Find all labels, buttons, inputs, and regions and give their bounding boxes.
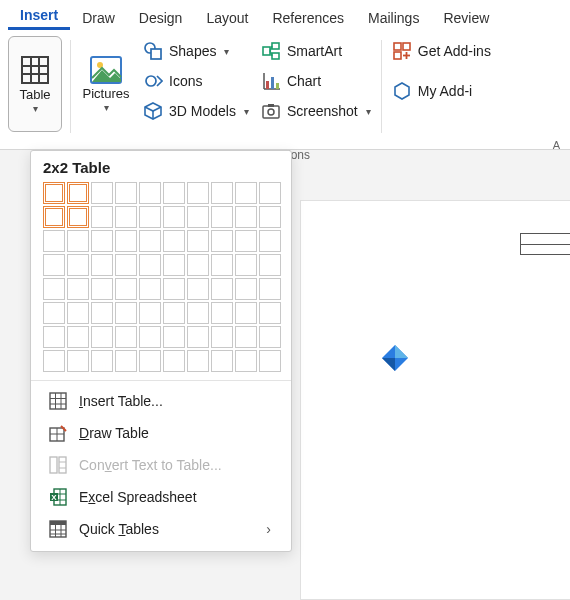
grid-cell[interactable] <box>211 230 233 252</box>
grid-cell[interactable] <box>43 326 65 348</box>
grid-cell[interactable] <box>259 182 281 204</box>
grid-cell[interactable] <box>235 350 257 372</box>
3dmodels-button[interactable]: 3D Models ▾ <box>139 98 253 124</box>
table-grid-picker[interactable] <box>43 182 279 372</box>
tab-layout[interactable]: Layout <box>194 4 260 30</box>
tab-insert[interactable]: Insert <box>8 1 70 30</box>
excel-spreadsheet-item[interactable]: X Excel Spreadsheet <box>39 481 283 513</box>
grid-cell[interactable] <box>115 278 137 300</box>
grid-cell[interactable] <box>187 230 209 252</box>
shapes-button[interactable]: Shapes ▾ <box>139 38 253 64</box>
grid-cell[interactable] <box>235 182 257 204</box>
grid-cell[interactable] <box>211 182 233 204</box>
grid-cell[interactable] <box>235 230 257 252</box>
grid-cell[interactable] <box>67 350 89 372</box>
tab-references[interactable]: References <box>260 4 356 30</box>
smartart-button[interactable]: SmartArt <box>257 38 375 64</box>
table-button[interactable]: Table ▾ <box>8 36 62 132</box>
grid-cell[interactable] <box>187 254 209 276</box>
get-addins-button[interactable]: Get Add-ins <box>388 38 495 64</box>
grid-cell[interactable] <box>43 230 65 252</box>
tab-review[interactable]: Review <box>431 4 501 30</box>
grid-cell[interactable] <box>211 326 233 348</box>
grid-cell[interactable] <box>139 278 161 300</box>
grid-cell[interactable] <box>91 302 113 324</box>
grid-cell[interactable] <box>43 182 65 204</box>
grid-cell[interactable] <box>115 230 137 252</box>
grid-cell[interactable] <box>163 302 185 324</box>
grid-cell[interactable] <box>139 206 161 228</box>
grid-cell[interactable] <box>67 302 89 324</box>
grid-cell[interactable] <box>259 326 281 348</box>
grid-cell[interactable] <box>139 254 161 276</box>
grid-cell[interactable] <box>91 278 113 300</box>
grid-cell[interactable] <box>91 182 113 204</box>
quick-tables-item[interactable]: Quick Tables › <box>39 513 283 545</box>
grid-cell[interactable] <box>259 302 281 324</box>
grid-cell[interactable] <box>259 278 281 300</box>
grid-cell[interactable] <box>43 206 65 228</box>
grid-cell[interactable] <box>163 350 185 372</box>
grid-cell[interactable] <box>91 206 113 228</box>
tab-design[interactable]: Design <box>127 4 195 30</box>
grid-cell[interactable] <box>115 206 137 228</box>
grid-cell[interactable] <box>187 302 209 324</box>
grid-cell[interactable] <box>163 230 185 252</box>
grid-cell[interactable] <box>91 350 113 372</box>
grid-cell[interactable] <box>67 182 89 204</box>
grid-cell[interactable] <box>43 278 65 300</box>
grid-cell[interactable] <box>187 278 209 300</box>
my-addins-button[interactable]: My Add-i <box>388 78 495 104</box>
grid-cell[interactable] <box>115 182 137 204</box>
grid-cell[interactable] <box>187 350 209 372</box>
icons-button[interactable]: Icons <box>139 68 253 94</box>
grid-cell[interactable] <box>211 254 233 276</box>
grid-cell[interactable] <box>235 326 257 348</box>
tab-draw[interactable]: Draw <box>70 4 127 30</box>
grid-cell[interactable] <box>163 254 185 276</box>
draw-table-item[interactable]: Draw Table <box>39 417 283 449</box>
grid-cell[interactable] <box>91 326 113 348</box>
grid-cell[interactable] <box>187 326 209 348</box>
grid-cell[interactable] <box>67 278 89 300</box>
grid-cell[interactable] <box>139 302 161 324</box>
grid-cell[interactable] <box>139 326 161 348</box>
grid-cell[interactable] <box>43 254 65 276</box>
grid-cell[interactable] <box>259 350 281 372</box>
grid-cell[interactable] <box>163 206 185 228</box>
grid-cell[interactable] <box>43 302 65 324</box>
tab-mailings[interactable]: Mailings <box>356 4 431 30</box>
grid-cell[interactable] <box>67 230 89 252</box>
grid-cell[interactable] <box>139 350 161 372</box>
grid-cell[interactable] <box>187 206 209 228</box>
grid-cell[interactable] <box>67 206 89 228</box>
grid-cell[interactable] <box>91 230 113 252</box>
grid-cell[interactable] <box>211 278 233 300</box>
grid-cell[interactable] <box>91 254 113 276</box>
grid-cell[interactable] <box>235 206 257 228</box>
grid-cell[interactable] <box>115 326 137 348</box>
insert-table-item[interactable]: Insert Table... <box>39 385 283 417</box>
grid-cell[interactable] <box>115 254 137 276</box>
chart-button[interactable]: Chart <box>257 68 375 94</box>
screenshot-button[interactable]: Screenshot ▾ <box>257 98 375 124</box>
grid-cell[interactable] <box>259 254 281 276</box>
grid-cell[interactable] <box>115 350 137 372</box>
grid-cell[interactable] <box>163 182 185 204</box>
grid-cell[interactable] <box>259 206 281 228</box>
grid-cell[interactable] <box>163 326 185 348</box>
grid-cell[interactable] <box>139 230 161 252</box>
grid-cell[interactable] <box>211 206 233 228</box>
grid-cell[interactable] <box>211 302 233 324</box>
grid-cell[interactable] <box>43 350 65 372</box>
grid-cell[interactable] <box>211 350 233 372</box>
grid-cell[interactable] <box>67 254 89 276</box>
grid-cell[interactable] <box>139 182 161 204</box>
pictures-button[interactable]: Pictures ▾ <box>79 36 133 132</box>
grid-cell[interactable] <box>235 278 257 300</box>
grid-cell[interactable] <box>163 278 185 300</box>
grid-cell[interactable] <box>259 230 281 252</box>
grid-cell[interactable] <box>115 302 137 324</box>
grid-cell[interactable] <box>235 302 257 324</box>
grid-cell[interactable] <box>187 182 209 204</box>
